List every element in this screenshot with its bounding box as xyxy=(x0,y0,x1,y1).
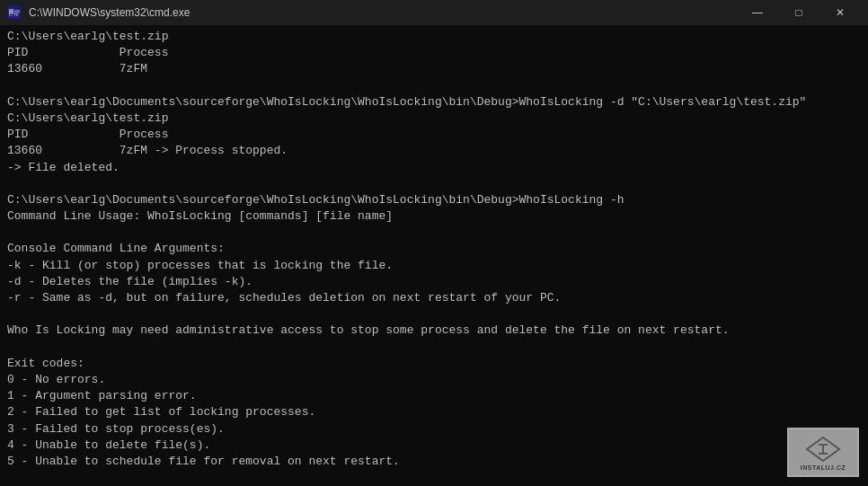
svg-text:C:\>: C:\> xyxy=(9,13,19,17)
watermark-label: INSTALUJ.CZ xyxy=(801,464,846,471)
maximize-button[interactable]: □ xyxy=(778,0,819,25)
cmd-icon: C:\> xyxy=(7,5,22,20)
close-button[interactable]: ✕ xyxy=(819,0,861,25)
watermark: INSTALUJ.CZ xyxy=(787,428,859,477)
watermark-logo xyxy=(803,434,843,464)
terminal-output[interactable]: C:\Users\earlg\test.zip PID Process 1366… xyxy=(0,25,868,486)
window-title: C:\WINDOWS\system32\cmd.exe xyxy=(29,6,737,19)
svg-rect-2 xyxy=(9,11,13,12)
svg-rect-1 xyxy=(9,10,13,11)
svg-rect-4 xyxy=(14,10,20,11)
title-bar: C:\> C:\WINDOWS\system32\cmd.exe — □ ✕ xyxy=(0,0,868,25)
minimize-button[interactable]: — xyxy=(737,0,778,25)
window-controls: — □ ✕ xyxy=(737,0,861,25)
cmd-window: C:\> C:\WINDOWS\system32\cmd.exe — □ ✕ C… xyxy=(0,0,868,486)
